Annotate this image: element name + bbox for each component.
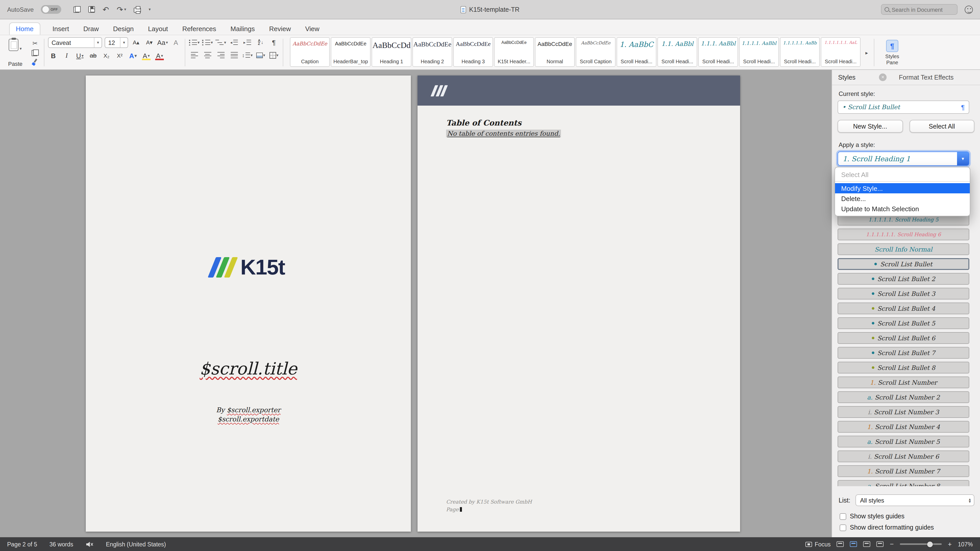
style-row[interactable]: Scroll Info Normal xyxy=(838,243,969,255)
text-effects-button[interactable]: A▾ xyxy=(127,51,138,61)
style-gallery-item[interactable]: AaBbCcDdEeK15t Header... xyxy=(494,37,534,67)
style-row[interactable]: 1.Scroll List Number 7 xyxy=(838,465,969,477)
style-gallery-item[interactable]: AaBbCcDdEeHeaderBar_top xyxy=(331,37,371,67)
tab-insert[interactable]: Insert xyxy=(50,23,71,35)
mute-speaker-icon[interactable] xyxy=(86,541,94,547)
quick-access-pages-button[interactable] xyxy=(73,6,81,13)
style-gallery-item[interactable]: AaBbCcDdEeScroll Caption xyxy=(576,37,616,67)
outline-view-button[interactable] xyxy=(877,541,884,547)
multilevel-list-button[interactable]: ▾ xyxy=(215,37,226,48)
focus-button[interactable]: Focus xyxy=(805,541,831,547)
increase-indent-button[interactable]: ▸ xyxy=(242,37,253,48)
scroll-title-field[interactable]: $scroll.title xyxy=(86,359,411,379)
gallery-more-button[interactable]: ▸ xyxy=(863,37,870,68)
style-row[interactable]: Scroll List Bullet 8 xyxy=(838,362,969,373)
sort-button[interactable]: AZ↓ xyxy=(255,37,266,48)
toc-heading[interactable]: Table of Contents xyxy=(446,118,522,127)
zoom-slider-thumb[interactable] xyxy=(927,541,933,547)
tab-review[interactable]: Review xyxy=(267,23,293,35)
style-gallery-item[interactable]: AaBbCcDdEeHeading 2 xyxy=(412,37,452,67)
decrease-indent-button[interactable]: ◂ xyxy=(229,37,239,48)
copy-button[interactable] xyxy=(30,48,40,57)
numbered-list-button[interactable]: ▾ xyxy=(202,37,213,48)
font-name-combo[interactable]: Caveat ▾ xyxy=(48,37,102,48)
bullet-list-button[interactable]: ▾ xyxy=(189,37,200,48)
shrink-font-button[interactable]: A▾ xyxy=(144,38,155,48)
search-input[interactable] xyxy=(892,6,964,13)
show-direct-guides-checkbox[interactable] xyxy=(840,524,846,531)
style-gallery-item[interactable]: 1.1. AaBblScroll Headi... xyxy=(657,37,697,67)
tab-home[interactable]: Home xyxy=(9,22,40,35)
strikethrough-button[interactable]: ab xyxy=(88,51,99,61)
align-center-button[interactable] xyxy=(202,50,213,60)
new-style-button[interactable]: New Style... xyxy=(838,120,903,133)
toc-empty-field[interactable]: No table of contents entries found. xyxy=(446,130,561,137)
print-layout-button[interactable] xyxy=(850,541,857,547)
word-count[interactable]: 36 words xyxy=(49,541,73,547)
style-row[interactable]: Scroll List Bullet 3 xyxy=(838,288,969,300)
tab-draw[interactable]: Draw xyxy=(81,23,101,35)
style-row[interactable]: Scroll List Bullet 4 xyxy=(838,303,969,314)
styles-pane-button[interactable]: ¶ Styles Pane xyxy=(879,37,905,68)
page-cover[interactable]: K15t $scroll.title By $scroll.exporter $… xyxy=(86,76,411,532)
apply-style-combo[interactable]: 1. Scroll Heading 1 ▼ xyxy=(838,151,969,166)
style-gallery-item[interactable]: 1.1.1.1. AaBblScroll Headi... xyxy=(739,37,779,67)
style-gallery-item[interactable]: AaBbCcDdEeHeading 3 xyxy=(453,37,493,67)
web-layout-button[interactable] xyxy=(863,541,870,547)
align-left-button[interactable] xyxy=(189,50,200,60)
style-row[interactable]: Scroll List Bullet xyxy=(838,258,969,270)
tab-layout[interactable]: Layout xyxy=(146,23,170,35)
italic-button[interactable]: I xyxy=(61,51,72,61)
style-row[interactable]: a.Scroll List Number 2 xyxy=(838,391,969,403)
align-right-button[interactable] xyxy=(215,50,226,60)
document-canvas[interactable]: K15t $scroll.title By $scroll.exporter $… xyxy=(0,70,832,537)
paste-button[interactable]: ▾ Paste xyxy=(4,37,27,68)
read-mode-button[interactable] xyxy=(837,541,844,547)
font-color-button[interactable]: A▾ xyxy=(154,51,165,61)
show-styles-guides-checkbox[interactable] xyxy=(840,513,846,519)
print-button[interactable] xyxy=(134,6,141,13)
style-row[interactable]: Scroll List Bullet 7 xyxy=(838,347,969,359)
tab-view[interactable]: View xyxy=(303,23,321,35)
style-row[interactable]: Scroll List Bullet 2 xyxy=(838,273,969,285)
style-gallery-item[interactable]: 1.1.1.1.1.1. AaLScroll Headi... xyxy=(821,37,861,67)
style-gallery-item[interactable]: AaBbCcDdHeading 1 xyxy=(372,37,411,67)
autosave-toggle[interactable]: OFF xyxy=(41,5,61,14)
tab-mailings[interactable]: Mailings xyxy=(228,23,257,35)
current-style-box[interactable]: • Scroll List Bullet ¶ xyxy=(838,100,969,114)
style-gallery-item[interactable]: 1.1.1. AaBblScroll Headi... xyxy=(698,37,738,67)
subscript-button[interactable]: X₂ xyxy=(101,51,112,61)
font-size-combo[interactable]: 12 ▾ xyxy=(105,37,128,48)
tab-format-text-effects[interactable]: Format Text Effects xyxy=(899,74,953,81)
change-case-button[interactable]: Aa▾ xyxy=(157,38,168,48)
format-painter-button[interactable] xyxy=(30,57,40,66)
clear-formatting-button[interactable]: A xyxy=(170,38,181,48)
menu-item-delete[interactable]: Delete... xyxy=(835,193,970,203)
style-gallery-item[interactable]: AaBbCcDdEeCaption xyxy=(290,37,330,67)
grow-font-button[interactable]: A▴ xyxy=(130,38,142,48)
shading-button[interactable]: ▾ xyxy=(255,50,266,60)
highlight-button[interactable]: A▾ xyxy=(141,51,151,61)
line-spacing-button[interactable]: ↕▾ xyxy=(242,50,253,60)
tab-design[interactable]: Design xyxy=(111,23,136,35)
style-row[interactable]: Scroll List Bullet 5 xyxy=(838,318,969,329)
superscript-button[interactable]: X² xyxy=(115,51,125,61)
zoom-out-button[interactable]: − xyxy=(890,540,894,548)
page-toc[interactable]: Table of Contents No table of contents e… xyxy=(417,76,740,532)
feedback-smiley-icon[interactable] xyxy=(965,5,973,14)
borders-button[interactable]: ▾ xyxy=(269,50,279,60)
style-row[interactable]: 1.Scroll List Number 4 xyxy=(838,421,969,433)
menu-item-modify-style[interactable]: Modify Style... xyxy=(835,183,970,193)
style-row[interactable]: Scroll List Bullet 6 xyxy=(838,332,969,344)
save-button[interactable] xyxy=(88,6,95,13)
style-row[interactable]: a.Scroll List Number 5 xyxy=(838,436,969,448)
tab-styles[interactable]: Styles xyxy=(838,74,856,81)
style-row[interactable]: i.Scroll List Number 6 xyxy=(838,451,969,462)
menu-item-update-to-match-selection[interactable]: Update to Match Selection xyxy=(835,203,970,214)
undo-button[interactable]: ↶ xyxy=(103,6,109,13)
search-box[interactable] xyxy=(881,4,958,15)
close-styles-pane-button[interactable]: ✕ xyxy=(879,73,886,81)
list-filter-select[interactable]: All styles ▴▾ xyxy=(856,494,974,506)
style-row[interactable]: i.Scroll List Number 3 xyxy=(838,406,969,418)
zoom-slider[interactable] xyxy=(900,543,942,545)
